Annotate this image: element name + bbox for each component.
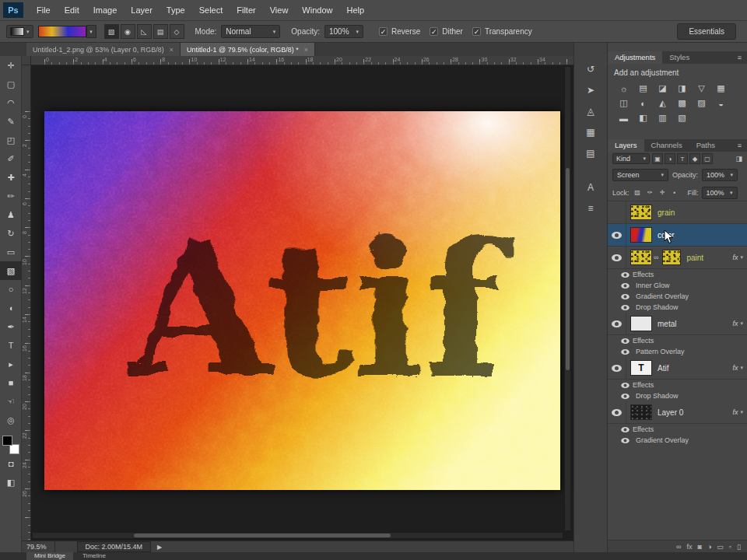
- lock-transparent-pixels-icon[interactable]: ▨: [633, 187, 643, 198]
- opacity-select[interactable]: 100% ▾: [324, 25, 363, 38]
- layers-opacity-select[interactable]: 100% ▾: [702, 169, 738, 181]
- hand-tool[interactable]: ☜: [0, 392, 22, 411]
- tab-paths[interactable]: Paths: [689, 139, 722, 152]
- menu-type[interactable]: Type: [160, 0, 192, 20]
- effects-header-row[interactable]: Effects: [608, 335, 747, 346]
- channel-mixer-adjustment-icon[interactable]: ▩: [672, 96, 692, 110]
- quick-mask-button[interactable]: ◘: [0, 454, 22, 473]
- effect-row-drop-shadow[interactable]: Drop Shadow: [608, 302, 747, 313]
- layer-mask-thumbnail[interactable]: [662, 250, 681, 265]
- layer-thumbnail[interactable]: [630, 250, 652, 265]
- gradient-map-adjustment-icon[interactable]: ▥: [653, 110, 672, 125]
- fx-collapse-icon[interactable]: ▾: [740, 254, 743, 261]
- pen-tool[interactable]: ✒: [0, 317, 22, 336]
- filter-shape-layers-icon[interactable]: ◆: [689, 153, 700, 164]
- gradient-tool[interactable]: ▧: [0, 261, 22, 280]
- new-group-icon[interactable]: ▭: [717, 543, 724, 551]
- canvas-image[interactable]: Atif: [44, 111, 560, 490]
- workspace-button[interactable]: Essentials: [677, 23, 736, 40]
- radial-gradient-button[interactable]: ◉: [121, 24, 135, 39]
- angle-gradient-button[interactable]: ◺: [137, 24, 152, 39]
- history-panel-icon[interactable]: ↺: [579, 60, 602, 79]
- layer-row-color[interactable]: color: [608, 224, 747, 247]
- status-flyout-icon[interactable]: ▶: [157, 544, 162, 551]
- filter-adjustment-layers-icon[interactable]: ◑: [665, 153, 675, 164]
- selective-color-adjustment-icon[interactable]: ▧: [672, 110, 692, 125]
- reflected-gradient-button[interactable]: ▤: [153, 24, 168, 39]
- layer-row-layer-0[interactable]: Layer 0fx▾: [608, 401, 747, 424]
- color-lookup-adjustment-icon[interactable]: ▨: [692, 96, 711, 110]
- effect-row-pattern-overlay[interactable]: Pattern Overlay: [608, 346, 747, 357]
- menu-filter[interactable]: Filter: [230, 0, 262, 20]
- path-selection-tool[interactable]: ▸: [0, 355, 22, 373]
- brush-tool[interactable]: ✏: [0, 187, 22, 205]
- swatches-panel-icon[interactable]: ▤: [579, 144, 602, 163]
- filter-smart-objects-icon[interactable]: ▢: [702, 153, 713, 164]
- layer-visibility-toggle[interactable]: [608, 224, 626, 246]
- effect-visibility-toggle[interactable]: [619, 335, 631, 346]
- effect-visibility-toggle[interactable]: [619, 302, 631, 313]
- layer-blend-mode-select[interactable]: Screen ▾: [612, 169, 668, 181]
- horizontal-scrollbar[interactable]: [32, 532, 563, 539]
- close-tab-icon[interactable]: ×: [170, 46, 174, 54]
- tab-channels[interactable]: Channels: [644, 139, 689, 152]
- delete-layer-icon[interactable]: ▯: [737, 543, 741, 551]
- link-layers-icon[interactable]: ∞: [676, 543, 681, 551]
- gradient-picker[interactable]: ▾: [38, 25, 96, 38]
- layers-fill-select[interactable]: 100% ▾: [702, 187, 738, 199]
- invert-adjustment-icon[interactable]: ◒: [711, 96, 731, 110]
- tab-layers[interactable]: Layers: [608, 139, 644, 152]
- effects-header-row[interactable]: Effects: [608, 269, 747, 280]
- fx-collapse-icon[interactable]: ▾: [740, 365, 743, 371]
- horizontal-ruler[interactable]: 0246810121416182022242628303234: [31, 56, 573, 65]
- filter-type-layers-icon[interactable]: T: [677, 153, 688, 164]
- reverse-checkbox[interactable]: ✓Reverse: [379, 27, 420, 36]
- foreground-color-swatch[interactable]: [2, 436, 12, 446]
- layer-effects-badge[interactable]: fx▾: [732, 320, 747, 327]
- timeline-tab[interactable]: Timeline: [75, 552, 114, 560]
- checkbox-icon[interactable]: ✓: [472, 27, 481, 36]
- lock-image-pixels-icon[interactable]: ✑: [645, 187, 655, 198]
- threshold-adjustment-icon[interactable]: ◧: [633, 110, 653, 125]
- menu-view[interactable]: View: [263, 0, 296, 20]
- effect-visibility-toggle[interactable]: [619, 424, 631, 435]
- effect-visibility-toggle[interactable]: [619, 346, 631, 357]
- layer-filter-toggle-icon[interactable]: ◨: [735, 155, 742, 163]
- effect-visibility-toggle[interactable]: [619, 390, 631, 401]
- photo-filter-adjustment-icon[interactable]: ◭: [653, 96, 672, 110]
- dodge-tool[interactable]: ◖: [0, 299, 22, 317]
- type-tool[interactable]: T: [0, 336, 22, 355]
- menu-layer[interactable]: Layer: [124, 0, 160, 20]
- layer-row-metal[interactable]: metalfx▾: [608, 313, 747, 335]
- layer-visibility-toggle[interactable]: [608, 201, 626, 223]
- new-layer-icon[interactable]: ▫: [729, 543, 731, 551]
- effect-visibility-toggle[interactable]: [619, 291, 631, 302]
- dither-checkbox[interactable]: ✓Dither: [430, 27, 463, 36]
- menu-window[interactable]: Window: [295, 0, 339, 20]
- layer-effects-badge[interactable]: fx▾: [732, 408, 747, 416]
- brightness-contrast-adjustment-icon[interactable]: ☼: [614, 81, 633, 96]
- color-panel-icon[interactable]: ▦: [579, 123, 602, 142]
- layer-visibility-toggle[interactable]: [608, 401, 626, 423]
- layer-visibility-toggle[interactable]: [608, 313, 626, 334]
- menu-file[interactable]: File: [30, 0, 58, 20]
- checkbox-icon[interactable]: ✓: [430, 27, 438, 36]
- layer-thumbnail[interactable]: [630, 404, 652, 420]
- tab-adjustments[interactable]: Adjustments: [608, 51, 662, 64]
- zoom-level[interactable]: 79.5%: [22, 543, 54, 551]
- black-white-adjustment-icon[interactable]: ◐: [633, 96, 653, 110]
- healing-brush-tool[interactable]: ✚: [0, 168, 22, 187]
- color-swatches[interactable]: [2, 436, 19, 454]
- effects-header-row[interactable]: Effects: [608, 380, 747, 390]
- layer-thumbnail[interactable]: T: [630, 360, 652, 376]
- new-adjustment-layer-icon[interactable]: ◑: [707, 543, 711, 551]
- marquee-tool[interactable]: ▢: [0, 75, 22, 93]
- effect-visibility-toggle[interactable]: [619, 280, 631, 291]
- crop-tool[interactable]: ◰: [0, 131, 22, 149]
- info-panel-icon[interactable]: ◬: [579, 102, 602, 121]
- exposure-adjustment-icon[interactable]: ◨: [672, 81, 692, 96]
- shape-tool[interactable]: ■: [0, 373, 22, 392]
- hue-saturation-adjustment-icon[interactable]: ▦: [711, 81, 731, 96]
- paragraph-panel-icon[interactable]: ≡: [579, 199, 602, 218]
- layer-thumbnail[interactable]: [630, 205, 652, 220]
